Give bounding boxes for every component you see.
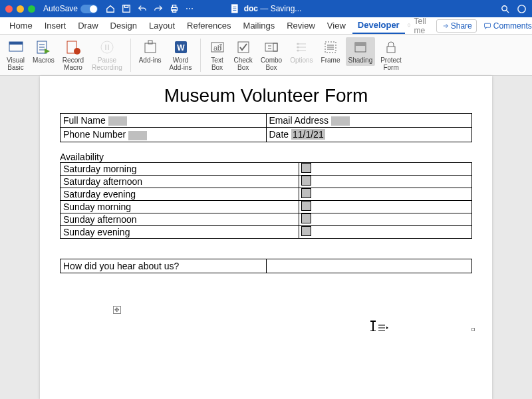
title-bar: AutoSave ⋯ doc — Saving... xyxy=(0,0,532,17)
search-icon[interactable] xyxy=(500,4,510,14)
pause-recording-button: PauseRecording xyxy=(89,37,125,72)
lock-icon xyxy=(384,40,398,55)
text-box-button[interactable]: abTextBox xyxy=(206,37,229,72)
svg-rect-18 xyxy=(145,43,156,53)
avail-checkbox[interactable] xyxy=(301,213,311,223)
avail-checkbox[interactable] xyxy=(301,226,311,236)
more-icon[interactable]: ⋯ xyxy=(186,4,194,13)
tell-me[interactable]: Tell me xyxy=(406,17,430,35)
full-name-field[interactable] xyxy=(108,116,127,126)
tab-home[interactable]: Home xyxy=(4,18,38,33)
table-resize-handle-icon[interactable] xyxy=(471,328,475,331)
svg-text:ab: ab xyxy=(213,44,221,52)
add-ins-icon xyxy=(142,39,158,55)
svg-point-28 xyxy=(297,47,299,49)
avail-checkbox[interactable] xyxy=(301,188,311,198)
save-icon[interactable] xyxy=(122,4,131,13)
undo-icon[interactable] xyxy=(138,4,147,13)
autosave-switch-icon[interactable] xyxy=(80,5,98,13)
svg-point-14 xyxy=(74,48,80,55)
phone-field[interactable] xyxy=(128,131,147,140)
tab-mailings[interactable]: Mailings xyxy=(238,18,281,33)
form-title: Museum Volunteer Form xyxy=(60,85,472,106)
frame-button[interactable]: Frame xyxy=(319,37,343,66)
frame-icon xyxy=(323,40,338,55)
availability-table: Saturday morning Saturday afternoon Satu… xyxy=(60,162,472,239)
macros-button[interactable]: Macros xyxy=(30,37,57,66)
email-field[interactable] xyxy=(331,116,350,126)
tab-insert[interactable]: Insert xyxy=(39,18,72,33)
options-button: Options xyxy=(287,37,315,66)
ribbon-tabs: Home Insert Draw Design Layout Reference… xyxy=(0,17,532,35)
visual-basic-icon xyxy=(8,39,24,55)
tab-draw[interactable]: Draw xyxy=(72,18,103,33)
tab-developer[interactable]: Developer xyxy=(352,17,405,34)
svg-rect-17 xyxy=(108,45,109,50)
avail-checkbox[interactable] xyxy=(301,163,311,173)
svg-text:W: W xyxy=(177,43,185,53)
date-field[interactable]: 11/1/21 xyxy=(291,129,325,140)
svg-rect-8 xyxy=(484,23,490,27)
document-title: doc — Saving... xyxy=(231,4,302,13)
hear-answer-cell[interactable] xyxy=(266,259,472,273)
check-box-icon xyxy=(236,40,251,55)
add-ins-button[interactable]: Add-ins xyxy=(136,37,164,66)
window-controls xyxy=(5,5,35,13)
autosave-toggle[interactable]: AutoSave xyxy=(43,4,98,13)
record-macro-button[interactable]: RecordMacro xyxy=(60,37,86,72)
date-label: Date xyxy=(269,129,289,140)
combo-box-icon xyxy=(264,40,279,55)
svg-rect-3 xyxy=(172,5,176,8)
word-add-ins-button[interactable]: WWordAdd-ins xyxy=(167,37,195,72)
hear-about-table: How did you hear about us? xyxy=(60,259,472,273)
check-box-button[interactable]: CheckBox xyxy=(231,37,255,72)
tab-view[interactable]: View xyxy=(322,18,351,33)
contact-table: Full Name Email Address Phone Number Dat… xyxy=(60,113,472,142)
text-box-icon: ab xyxy=(210,40,225,55)
hear-label: How did you hear about us? xyxy=(61,259,267,273)
tab-design[interactable]: Design xyxy=(105,18,142,33)
table-move-handle-icon[interactable]: ✥ xyxy=(113,306,121,314)
svg-rect-26 xyxy=(273,43,277,51)
svg-rect-0 xyxy=(123,5,130,13)
document-canvas[interactable]: Museum Volunteer Form Full Name Email Ad… xyxy=(0,76,532,399)
tab-review[interactable]: Review xyxy=(281,18,321,33)
avail-row-label: Saturday morning xyxy=(61,162,299,175)
phone-label: Phone Number xyxy=(63,129,126,140)
avail-checkbox[interactable] xyxy=(301,176,311,186)
protect-form-button[interactable]: ProtectForm xyxy=(378,37,404,72)
svg-point-29 xyxy=(297,50,299,52)
avail-row-label: Sunday morning xyxy=(61,200,299,213)
page[interactable]: Museum Volunteer Form Full Name Email Ad… xyxy=(40,76,492,399)
svg-point-6 xyxy=(502,5,507,11)
minimize-window-icon[interactable] xyxy=(17,5,24,13)
svg-rect-16 xyxy=(105,45,106,50)
lightbulb-icon xyxy=(406,21,412,30)
visual-basic-button[interactable]: VisualBasic xyxy=(4,37,27,72)
comments-button[interactable]: Comments xyxy=(483,21,532,31)
shading-button[interactable]: Shading xyxy=(346,37,376,66)
word-doc-icon xyxy=(231,4,240,13)
availability-heading: Availability xyxy=(60,152,472,162)
home-icon[interactable] xyxy=(106,4,115,13)
full-name-label: Full Name xyxy=(63,115,106,126)
svg-rect-10 xyxy=(9,42,23,45)
svg-rect-4 xyxy=(172,10,176,13)
svg-rect-1 xyxy=(124,5,128,8)
tab-references[interactable]: References xyxy=(182,18,236,33)
svg-marker-12 xyxy=(45,49,50,54)
svg-point-7 xyxy=(518,5,525,12)
redo-icon[interactable] xyxy=(154,4,163,13)
zoom-window-icon[interactable] xyxy=(28,5,35,13)
svg-marker-34 xyxy=(386,327,388,329)
print-icon[interactable] xyxy=(170,4,179,13)
share-button[interactable]: Share xyxy=(436,19,477,33)
shading-icon xyxy=(353,40,368,55)
svg-point-27 xyxy=(297,43,299,45)
help-icon[interactable] xyxy=(517,4,527,14)
close-window-icon[interactable] xyxy=(5,5,13,13)
word-add-ins-icon: W xyxy=(174,40,188,55)
combo-box-button[interactable]: ComboBox xyxy=(258,37,285,72)
tab-layout[interactable]: Layout xyxy=(144,18,180,33)
avail-checkbox[interactable] xyxy=(301,201,311,211)
